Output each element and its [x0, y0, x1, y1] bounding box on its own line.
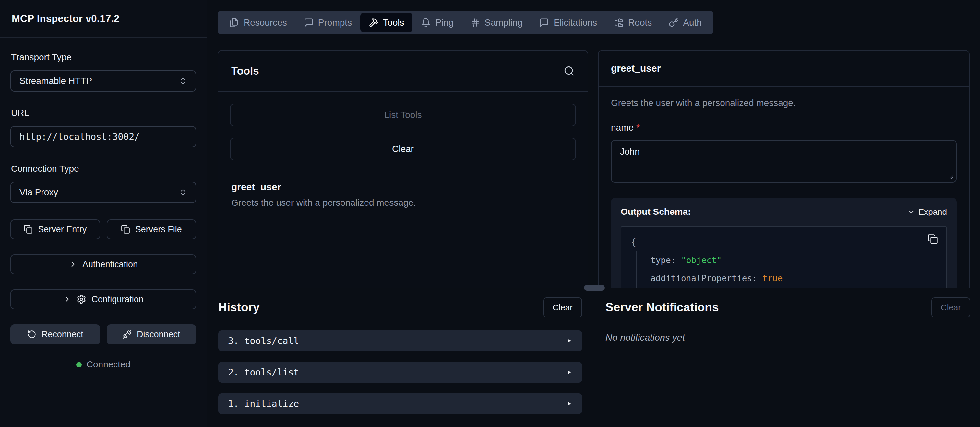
history-list: 3. tools/call 2. tools/list 1. initializ… [218, 330, 582, 414]
tab-roots[interactable]: Roots [605, 13, 660, 32]
clear-tools-button[interactable]: Clear [230, 138, 576, 160]
tab-elicitations[interactable]: Elicitations [531, 13, 605, 32]
tools-panel-title: Tools [231, 65, 259, 77]
connection-status: Connected [10, 359, 196, 370]
output-schema-card: Output Schema: Expand { [611, 198, 957, 288]
history-item-tools-list[interactable]: 2. tools/list [218, 362, 582, 383]
reconnect-label: Reconnect [41, 330, 83, 340]
code-line-type: type:"object" [651, 251, 937, 270]
copy-icon [24, 225, 33, 234]
tool-item-name: greet_user [231, 181, 576, 192]
name-field-label: name* [611, 122, 957, 133]
code-line-open: { [631, 233, 937, 251]
tool-detail-description: Greets the user with a personalized mess… [611, 98, 957, 108]
play-icon [565, 369, 573, 376]
reconnect-button[interactable]: Reconnect [10, 324, 100, 344]
disconnect-button[interactable]: Disconnect [107, 324, 197, 344]
tool-detail-panel: greet_user Greets the user with a person… [598, 50, 970, 288]
output-schema-label: Output Schema: [621, 207, 691, 217]
tab-label: Auth [683, 17, 702, 28]
server-entry-button[interactable]: Server Entry [10, 219, 100, 240]
connection-type-value: Via Proxy [19, 187, 58, 198]
tools-panel: Tools List Tools Clear greet_user Greets… [218, 50, 588, 288]
clear-notifications-button[interactable]: Clear [931, 297, 970, 317]
main-area: Resources Prompts Tools Ping Sampling [207, 0, 980, 427]
expand-toggle[interactable]: Expand [907, 207, 947, 217]
sidebar-header: MCP Inspector v0.17.2 [0, 0, 207, 38]
top-split-region: Tools List Tools Clear greet_user Greets… [207, 50, 980, 288]
clear-history-button[interactable]: Clear [543, 297, 582, 317]
tab-bar-wrap: Resources Prompts Tools Ping Sampling [207, 0, 980, 34]
copy-icon [928, 234, 938, 244]
history-item-initialize[interactable]: 1. initialize [218, 393, 582, 414]
tab-label: Prompts [318, 17, 352, 28]
sidebar: MCP Inspector v0.17.2 Transport Type Str… [0, 0, 207, 427]
tool-detail-title: greet_user [611, 63, 660, 74]
resize-handle-icon[interactable] [947, 172, 954, 179]
connection-type-label: Connection Type [11, 163, 196, 174]
tab-ping[interactable]: Ping [412, 13, 462, 32]
tool-list-item-greet-user[interactable]: greet_user Greets the user with a person… [230, 181, 576, 208]
message-square-icon [304, 18, 313, 27]
copy-icon [121, 225, 130, 234]
list-tools-button[interactable]: List Tools [230, 104, 576, 126]
output-schema-code: { type:"object" additionalProperties:tru… [621, 226, 947, 288]
tab-label: Tools [383, 17, 404, 28]
url-input[interactable] [10, 126, 196, 148]
play-icon [565, 400, 573, 407]
splitter-drag-handle[interactable] [584, 285, 605, 290]
key-icon [669, 18, 678, 27]
tab-label: Roots [628, 17, 652, 28]
tools-panel-header: Tools [218, 51, 588, 92]
required-marker: * [636, 122, 640, 132]
hammer-icon [369, 18, 379, 27]
tab-bar: Resources Prompts Tools Ping Sampling [218, 11, 713, 34]
transport-type-value: Streamable HTTP [19, 76, 92, 86]
tab-auth[interactable]: Auth [660, 13, 710, 32]
sidebar-body: Transport Type Streamable HTTP URL Conne… [0, 38, 207, 370]
search-button[interactable] [563, 65, 574, 76]
status-dot-icon [76, 362, 82, 367]
connection-type-select[interactable]: Via Proxy [10, 182, 196, 203]
app-title: MCP Inspector v0.17.2 [12, 13, 120, 25]
name-input[interactable]: John [611, 140, 957, 183]
configuration-label: Configuration [91, 295, 144, 305]
code-line-additional-properties: additionalProperties:true [651, 270, 937, 288]
server-notifications-title: Server Notifications [605, 301, 719, 314]
notifications-empty-text: No notifications yet [605, 332, 970, 343]
servers-file-button[interactable]: Servers File [107, 219, 197, 240]
bottom-split-region: History Clear 3. tools/call 2. tools/lis… [207, 288, 980, 427]
history-panel: History Clear 3. tools/call 2. tools/lis… [207, 288, 594, 427]
connection-buttons-row: Reconnect Disconnect [10, 324, 196, 344]
transport-type-select[interactable]: Streamable HTTP [10, 70, 196, 92]
servers-file-label: Servers File [135, 224, 182, 235]
tab-prompts[interactable]: Prompts [296, 13, 360, 32]
copy-schema-button[interactable] [928, 234, 938, 245]
authentication-toggle[interactable]: Authentication [10, 254, 196, 275]
list-tools-label: List Tools [384, 110, 422, 120]
clear-tools-label: Clear [392, 144, 414, 154]
url-label: URL [11, 108, 196, 118]
tools-panel-body: List Tools Clear greet_user Greets the u… [218, 92, 588, 220]
message-square-icon [539, 18, 549, 27]
files-icon [229, 18, 239, 27]
configuration-toggle[interactable]: Configuration [10, 289, 196, 310]
chevron-down-icon [907, 208, 915, 216]
output-schema-header: Output Schema: Expand [621, 207, 947, 217]
name-field-wrap: John [611, 140, 957, 183]
history-item-tools-call[interactable]: 3. tools/call [218, 330, 582, 351]
tab-tools[interactable]: Tools [360, 13, 412, 32]
bell-icon [421, 18, 431, 27]
chevron-right-icon [63, 295, 72, 303]
chevrons-up-down-icon [179, 188, 187, 197]
tool-detail-body: Greets the user with a personalized mess… [599, 87, 969, 288]
tab-label: Ping [435, 17, 453, 28]
history-header: History Clear [218, 297, 582, 317]
hash-icon [471, 18, 480, 27]
server-notifications-header: Server Notifications Clear [605, 297, 970, 317]
tab-sampling[interactable]: Sampling [462, 13, 531, 32]
search-icon [563, 65, 574, 76]
copy-buttons-row: Server Entry Servers File [10, 219, 196, 240]
tab-resources[interactable]: Resources [221, 13, 296, 32]
status-text: Connected [87, 359, 130, 370]
